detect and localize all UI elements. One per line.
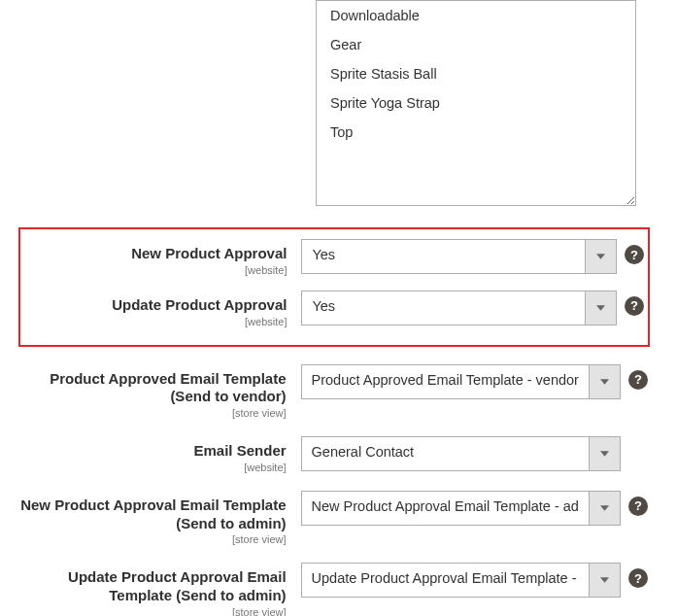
help-icon[interactable]: ?	[628, 370, 648, 390]
field-scope: [store view]	[19, 407, 287, 419]
field-scope: [website]	[24, 316, 287, 327]
listbox-option[interactable]: Downloadable	[317, 1, 635, 30]
chevron-down-icon	[589, 492, 620, 525]
chevron-down-icon	[585, 240, 616, 273]
field-label: New Product Approval	[24, 245, 287, 263]
field-label: Update Product Approval Email Template (…	[19, 568, 287, 605]
field-label-col: Email Sender [website]	[19, 436, 301, 473]
select-value: Yes	[302, 240, 585, 273]
field-new-product-approval: New Product Approval [website] Yes ?	[24, 239, 644, 276]
new-product-approval-select[interactable]: Yes	[301, 239, 617, 274]
help-icon[interactable]: ?	[628, 496, 648, 516]
select-value: Update Product Approval Email Template -	[302, 564, 589, 597]
update-product-template-admin-select[interactable]: Update Product Approval Email Template -	[301, 563, 621, 598]
field-update-product-approval: Update Product Approval [website] Yes ?	[24, 291, 644, 327]
field-scope: [website]	[19, 462, 287, 473]
field-update-product-template-admin: Update Product Approval Email Template (…	[19, 563, 648, 616]
chevron-down-icon	[589, 365, 620, 398]
listbox-option[interactable]: Sprite Stasis Ball	[317, 59, 635, 88]
field-label: Product Approved Email Template (Send to…	[19, 370, 287, 407]
field-scope: [store view]	[19, 533, 287, 545]
field-label-col: Product Approved Email Template (Send to…	[19, 364, 301, 420]
help-icon[interactable]: ?	[628, 568, 648, 588]
update-product-approval-select[interactable]: Yes	[301, 291, 617, 325]
field-email-sender: Email Sender [website] General Contact	[19, 436, 648, 473]
field-label: New Product Approval Email Template (Sen…	[19, 496, 287, 533]
field-label-col: Update Product Approval [website]	[24, 291, 301, 327]
select-value: Product Approved Email Template - vendor	[302, 365, 589, 398]
email-sender-select[interactable]: General Contact	[301, 436, 621, 471]
field-scope: [store view]	[19, 606, 287, 616]
select-value: New Product Approval Email Template - ad	[302, 492, 589, 525]
listbox-option[interactable]: Top	[317, 118, 635, 147]
product-type-listbox[interactable]: Downloadable Gear Sprite Stasis Ball Spr…	[316, 0, 636, 206]
listbox-option[interactable]: Sprite Yoga Strap	[317, 88, 635, 118]
field-new-product-template-admin: New Product Approval Email Template (Sen…	[19, 491, 648, 546]
field-label-col: New Product Approval Email Template (Sen…	[19, 491, 301, 546]
field-label: Update Product Approval	[24, 296, 287, 315]
field-product-approved-template: Product Approved Email Template (Send to…	[19, 364, 648, 420]
field-scope: [website]	[24, 264, 287, 276]
help-icon[interactable]: ?	[625, 245, 644, 264]
chevron-down-icon	[589, 437, 620, 470]
select-value: General Contact	[302, 437, 589, 470]
select-value: Yes	[302, 291, 585, 325]
field-label-col: Update Product Approval Email Template (…	[19, 563, 301, 616]
chevron-down-icon	[585, 291, 616, 325]
help-icon[interactable]: ?	[625, 296, 644, 316]
chevron-down-icon	[589, 564, 620, 597]
field-label-col: New Product Approval [website]	[24, 239, 301, 276]
field-label: Email Sender	[19, 442, 287, 461]
approval-highlight-box: New Product Approval [website] Yes ? Upd…	[18, 227, 650, 347]
product-approved-template-select[interactable]: Product Approved Email Template - vendor	[301, 364, 621, 399]
listbox-option[interactable]: Gear	[317, 30, 635, 59]
new-product-template-admin-select[interactable]: New Product Approval Email Template - ad	[301, 491, 621, 526]
